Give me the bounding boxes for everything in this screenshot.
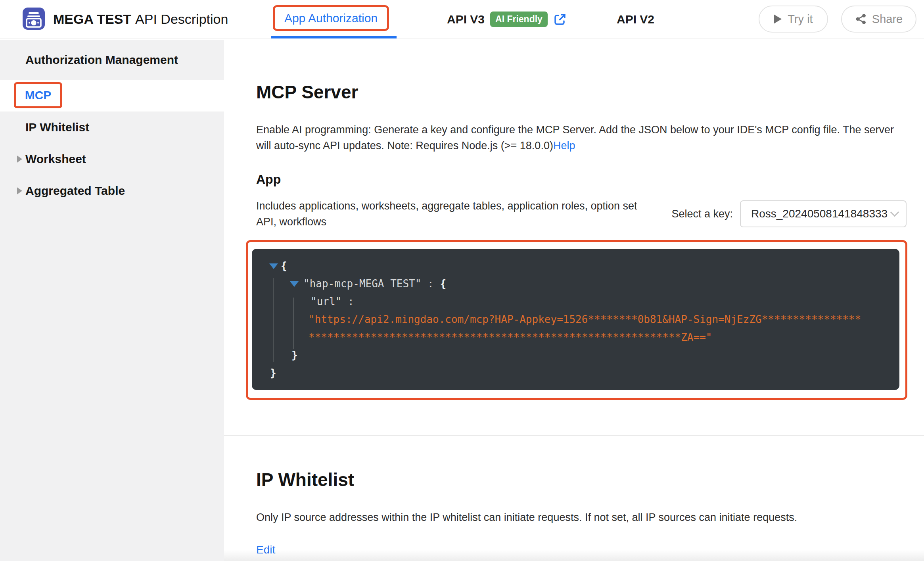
sidebar-item-label: Worksheet — [25, 152, 86, 166]
chevron-down-icon — [890, 208, 899, 217]
caret-right-icon[interactable] — [17, 156, 22, 163]
key-select-dropdown[interactable]: Ross_20240508141848333 — [740, 200, 907, 227]
ip-whitelist-description: Only IP source addresses within the IP w… — [256, 509, 911, 525]
sidebar-item-mcp[interactable]: MCP — [25, 88, 52, 102]
select-key-label: Select a key: — [671, 208, 733, 220]
code-url-value-line1: "https://api2.mingdao.com/mcp?HAP-Appkey… — [309, 313, 861, 325]
caret-right-icon[interactable] — [17, 187, 22, 194]
code-line: "url" : — [252, 293, 899, 311]
mcp-json-code-block[interactable]: { "hap-mcp-MEGA TEST" : { "url" : "https… — [252, 249, 899, 390]
header: MEGA TEST API Description App Authorizat… — [0, 0, 924, 38]
app-name: MEGA TEST — [53, 12, 131, 27]
help-link[interactable]: Help — [553, 140, 575, 152]
tab-api-v2-label: API V2 — [617, 13, 654, 26]
code-line: { — [252, 257, 899, 275]
sidebar-item-mcp-row: MCP — [0, 80, 224, 111]
ai-friendly-badge: AI Friendly — [490, 12, 548, 27]
open-in-new-icon[interactable] — [553, 13, 567, 26]
code-open-brace: { — [440, 278, 446, 290]
app-subsection-description: Includes applications, worksheets, aggre… — [256, 198, 657, 230]
sidebar: Authorization Management MCP IP Whitelis… — [0, 39, 224, 561]
code-url-value-line2: ****************************************… — [309, 331, 712, 343]
sidebar-item-label: IP Whitelist — [25, 121, 89, 134]
app-logo-banknote-icon — [23, 8, 45, 30]
code-close-brace: } — [291, 349, 298, 361]
ip-whitelist-title: IP Whitelist — [256, 469, 907, 490]
try-it-label: Try it — [788, 13, 813, 26]
share-label: Share — [872, 13, 903, 26]
sidebar-item-ip-whitelist[interactable]: IP Whitelist — [0, 111, 224, 143]
selected-key-value: Ross_20240508141848333 — [751, 207, 888, 220]
code-line: } — [252, 346, 899, 364]
annotation-box-mcp: MCP — [14, 82, 62, 108]
play-icon — [774, 14, 782, 24]
active-tab-underline — [271, 36, 397, 38]
tab-app-authorization[interactable]: App Authorization — [284, 12, 378, 25]
share-button[interactable]: Share — [841, 6, 916, 33]
try-it-button[interactable]: Try it — [759, 6, 828, 33]
sidebar-item-aggregated-table[interactable]: Aggregated Table — [0, 175, 224, 207]
title-suffix: API Description — [135, 12, 228, 27]
code-line: ****************************************… — [252, 329, 899, 346]
sidebar-item-worksheet[interactable]: Worksheet — [0, 143, 224, 175]
code-line: "hap-mcp-MEGA TEST" : { — [252, 275, 899, 293]
annotation-box-code: { "hap-mcp-MEGA TEST" : { "url" : "https… — [246, 240, 907, 400]
sidebar-item-authorization-management[interactable]: Authorization Management — [0, 40, 224, 80]
app-subsection-title: App — [256, 172, 907, 187]
main-content: MCP Server Enable AI programming: Genera… — [224, 38, 924, 561]
tab-api-v3-label: API V3 — [447, 13, 485, 26]
share-icon — [855, 13, 867, 25]
sidebar-item-label: Aggregated Table — [25, 184, 125, 198]
code-url-key: "url" : — [311, 296, 354, 307]
tab-api-v2[interactable]: API V2 — [617, 0, 654, 38]
code-open-brace: { — [281, 260, 287, 272]
section-divider — [224, 435, 924, 436]
mcp-server-description: Enable AI programming: Generate a key an… — [256, 122, 911, 154]
code-line: "https://api2.mingdao.com/mcp?HAP-Appkey… — [252, 311, 899, 329]
tab-api-v3[interactable]: API V3 AI Friendly — [447, 0, 567, 38]
sidebar-group: IP Whitelist Worksheet Aggregated Table — [0, 111, 224, 561]
edit-link[interactable]: Edit — [256, 544, 275, 556]
code-close-brace: } — [270, 367, 276, 379]
api-description-page: MEGA TEST API Description App Authorizat… — [0, 0, 924, 561]
key-selector-group: Select a key: Ross_20240508141848333 — [671, 200, 907, 227]
app-subsection-row: Includes applications, worksheets, aggre… — [256, 198, 907, 230]
page-title: MEGA TEST API Description — [53, 0, 228, 38]
mcp-server-title: MCP Server — [256, 81, 907, 103]
code-key: "hap-mcp-MEGA TEST" : — [303, 278, 440, 290]
sidebar-item-label: Authorization Management — [25, 53, 178, 67]
annotation-box-app-authorization: App Authorization — [273, 5, 389, 31]
code-line: } — [252, 364, 899, 382]
